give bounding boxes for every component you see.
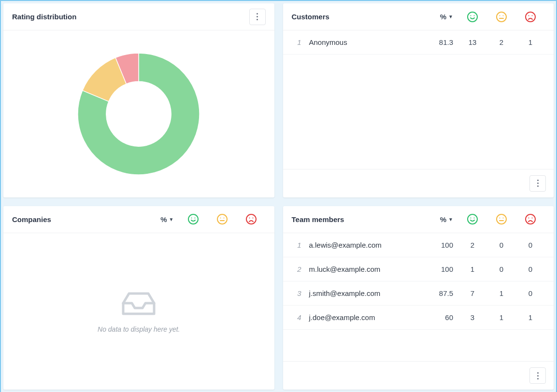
card-title: Rating distribution bbox=[12, 13, 76, 21]
percent-sort[interactable]: % ▼ bbox=[428, 215, 458, 224]
row-meh: 0 bbox=[487, 241, 516, 249]
table-row[interactable]: 2 m.luck@example.com 100 1 0 0 bbox=[283, 257, 554, 281]
header-face-good[interactable] bbox=[458, 213, 487, 225]
row-bad: 1 bbox=[516, 313, 545, 322]
svg-point-6 bbox=[526, 12, 535, 22]
more-button[interactable] bbox=[529, 175, 546, 192]
row-name: j.doe@example.com bbox=[309, 313, 428, 322]
rating-donut-chart bbox=[71, 46, 206, 182]
svg-point-22 bbox=[500, 218, 500, 219]
customers-list: 1 Anonymous 81.3 13 2 1 bbox=[283, 30, 554, 169]
header-face-bad[interactable] bbox=[516, 213, 545, 225]
svg-point-20 bbox=[474, 218, 475, 219]
rating-distribution-card: Rating distribution bbox=[3, 3, 274, 197]
tray-icon bbox=[119, 290, 158, 319]
row-meh: 2 bbox=[487, 38, 516, 46]
caret-down-icon: ▼ bbox=[169, 217, 174, 222]
svg-point-1 bbox=[471, 15, 471, 16]
table-row[interactable]: 4 j.doe@example.com 60 3 1 1 bbox=[283, 306, 554, 330]
row-name: a.lewis@example.com bbox=[309, 241, 428, 249]
row-bad: 1 bbox=[516, 38, 545, 46]
row-good: 3 bbox=[458, 313, 487, 322]
row-percent: 60 bbox=[428, 313, 458, 322]
header-face-meh[interactable] bbox=[487, 11, 516, 23]
row-index: 1 bbox=[292, 38, 301, 46]
svg-point-5 bbox=[503, 15, 504, 16]
svg-point-0 bbox=[468, 12, 477, 22]
header-face-meh[interactable] bbox=[208, 213, 237, 225]
svg-point-8 bbox=[532, 15, 533, 16]
caret-down-icon: ▼ bbox=[448, 217, 453, 222]
row-name: m.luck@example.com bbox=[309, 265, 428, 273]
svg-point-14 bbox=[223, 218, 224, 219]
svg-point-4 bbox=[500, 15, 500, 16]
row-index: 2 bbox=[292, 265, 301, 273]
header-face-bad[interactable] bbox=[237, 213, 266, 225]
row-good: 13 bbox=[458, 38, 487, 46]
row-name: j.smith@example.com bbox=[309, 289, 428, 297]
customers-card: Customers % ▼ 1 Anonymous 81.3 13 2 1 bbox=[283, 3, 554, 197]
svg-point-18 bbox=[468, 214, 477, 224]
svg-point-13 bbox=[220, 218, 221, 219]
svg-point-19 bbox=[471, 218, 471, 219]
table-row[interactable]: 1 Anonymous 81.3 13 2 1 bbox=[283, 30, 554, 55]
card-title: Team members bbox=[292, 215, 344, 224]
svg-point-9 bbox=[188, 214, 198, 224]
header-face-bad[interactable] bbox=[516, 11, 545, 23]
row-percent: 100 bbox=[428, 241, 458, 249]
row-meh: 0 bbox=[487, 265, 516, 273]
svg-point-25 bbox=[528, 218, 529, 219]
percent-sort[interactable]: % ▼ bbox=[149, 215, 179, 224]
row-bad: 0 bbox=[516, 265, 545, 273]
percent-sort[interactable]: % ▼ bbox=[428, 13, 458, 21]
table-row[interactable]: 3 j.smith@example.com 87.5 7 1 0 bbox=[283, 281, 554, 306]
svg-point-26 bbox=[532, 218, 533, 219]
row-bad: 0 bbox=[516, 241, 545, 249]
svg-point-3 bbox=[497, 12, 506, 22]
row-good: 2 bbox=[458, 241, 487, 249]
caret-down-icon: ▼ bbox=[448, 14, 453, 19]
empty-state: No data to display here yet. bbox=[3, 233, 274, 390]
more-button[interactable] bbox=[529, 367, 546, 384]
svg-point-17 bbox=[252, 218, 253, 219]
row-good: 1 bbox=[458, 265, 487, 273]
svg-point-23 bbox=[503, 218, 504, 219]
row-percent: 100 bbox=[428, 265, 458, 273]
svg-point-15 bbox=[246, 214, 256, 224]
row-index: 3 bbox=[292, 289, 301, 297]
svg-point-10 bbox=[191, 218, 192, 219]
header-face-good[interactable] bbox=[179, 213, 208, 225]
svg-point-12 bbox=[217, 214, 227, 224]
companies-card: Companies % ▼ No data to d bbox=[3, 206, 274, 390]
team-list: 1 a.lewis@example.com 100 2 0 0 2 m.luck… bbox=[283, 233, 554, 362]
row-index: 1 bbox=[292, 241, 301, 249]
row-bad: 0 bbox=[516, 289, 545, 297]
row-percent: 87.5 bbox=[428, 289, 458, 297]
svg-point-21 bbox=[497, 214, 506, 224]
table-row[interactable]: 1 a.lewis@example.com 100 2 0 0 bbox=[283, 233, 554, 257]
svg-point-2 bbox=[474, 15, 475, 16]
team-members-card: Team members % ▼ 1 a.lewis@example.com 1… bbox=[283, 206, 554, 390]
card-title: Companies bbox=[12, 215, 51, 224]
row-good: 7 bbox=[458, 289, 487, 297]
svg-point-16 bbox=[249, 218, 250, 219]
more-button[interactable] bbox=[249, 9, 266, 25]
svg-point-11 bbox=[194, 218, 195, 219]
header-face-meh[interactable] bbox=[487, 213, 516, 225]
row-meh: 1 bbox=[487, 313, 516, 322]
row-meh: 1 bbox=[487, 289, 516, 297]
header-face-good[interactable] bbox=[458, 11, 487, 23]
row-percent: 81.3 bbox=[428, 38, 458, 46]
row-name: Anonymous bbox=[309, 38, 428, 46]
empty-text: No data to display here yet. bbox=[98, 325, 180, 333]
row-index: 4 bbox=[292, 313, 301, 322]
svg-point-24 bbox=[526, 214, 535, 224]
svg-point-7 bbox=[528, 15, 529, 16]
card-title: Customers bbox=[292, 13, 329, 21]
